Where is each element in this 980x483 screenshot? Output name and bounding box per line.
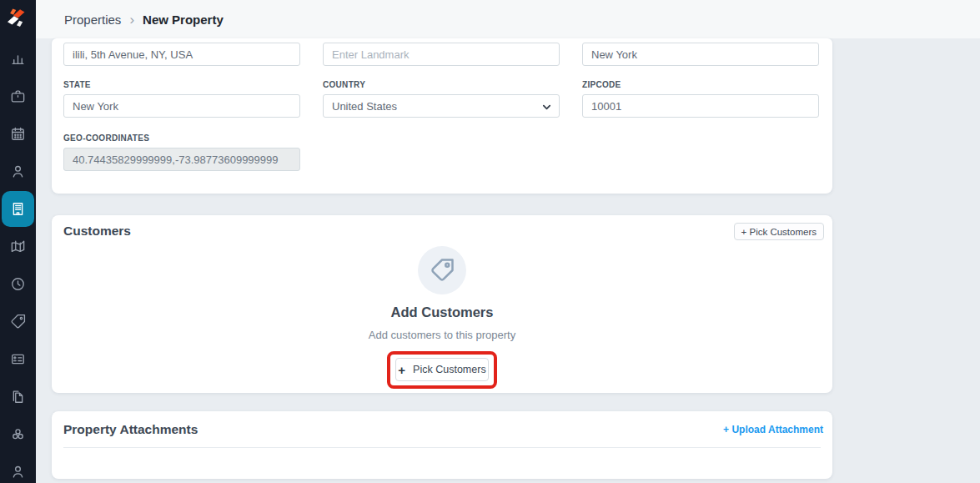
empty-state-title: Add Customers: [52, 304, 832, 320]
upload-attachment-link[interactable]: + Upload Attachment: [723, 424, 823, 435]
breadcrumb-separator-icon: ›: [129, 13, 134, 27]
page-title: New Property: [143, 13, 224, 27]
attachments-section-title: Property Attachments: [63, 422, 198, 437]
country-label: COUNTRY: [323, 80, 365, 89]
sidebar-item-customers[interactable]: [0, 153, 36, 190]
sidebar-item-team[interactable]: [0, 453, 36, 483]
pick-customers-top-button[interactable]: + Pick Customers: [734, 223, 824, 240]
customers-icon: [10, 164, 26, 179]
country-selected-value: United States: [332, 100, 397, 113]
sidebar-item-invoices[interactable]: [0, 340, 36, 378]
page-header: Properties › New Property: [36, 0, 980, 38]
pick-customers-main-label: Pick Customers: [413, 364, 486, 375]
zipcode-label: ZIPCODE: [582, 80, 621, 89]
empty-state-icon-circle: [418, 246, 466, 294]
timesheet-clock-icon: [10, 276, 26, 292]
chevron-down-icon: [542, 103, 551, 112]
invoice-list-icon: [10, 351, 26, 367]
sidebar-item-properties[interactable]: [0, 190, 36, 228]
customers-section-title: Customers: [63, 224, 131, 239]
sidebar-nav: [0, 40, 36, 483]
tag-icon: [430, 258, 455, 283]
empty-state-subtitle: Add customers to this property: [52, 329, 832, 341]
address-input[interactable]: [63, 43, 300, 66]
sidebar-item-dashboard[interactable]: [0, 40, 36, 78]
sidebar-item-tags[interactable]: [0, 303, 36, 340]
geo-coordinates-input: [63, 148, 300, 171]
sidebar-item-integrations[interactable]: [0, 415, 36, 453]
sidebar: [0, 0, 36, 483]
divider: [63, 447, 821, 448]
pick-customers-main-button[interactable]: + Pick Customers: [395, 358, 489, 381]
zipcode-input[interactable]: [582, 94, 819, 118]
team-user-icon: [10, 464, 26, 480]
city-input[interactable]: [582, 43, 819, 66]
breadcrumb-properties[interactable]: Properties: [64, 13, 121, 27]
property-address-card: STATE COUNTRY ZIPCODE United States GEO-…: [52, 38, 832, 194]
calendar-icon: [10, 126, 26, 142]
sidebar-item-map[interactable]: [0, 228, 36, 265]
documents-copy-icon: [10, 389, 26, 405]
property-attachments-card: Property Attachments + Upload Attachment: [52, 411, 832, 479]
country-select[interactable]: United States: [323, 94, 560, 118]
sidebar-item-calendar[interactable]: [0, 115, 36, 153]
brand-logo-icon[interactable]: [0, 0, 36, 36]
tag-icon: [10, 314, 26, 330]
customers-card: Customers + Pick Customers Add Customers…: [52, 215, 832, 393]
sidebar-item-documents[interactable]: [0, 378, 36, 415]
dashboard-icon: [10, 51, 26, 67]
integrations-icon: [10, 426, 26, 442]
state-label: STATE: [63, 80, 91, 89]
jobs-briefcase-icon: [10, 88, 26, 104]
landmark-input[interactable]: [323, 43, 560, 66]
geo-coordinates-label: GEO-COORDINATES: [63, 133, 149, 143]
map-icon: [10, 239, 26, 254]
state-input[interactable]: [63, 94, 300, 118]
sidebar-item-timesheets[interactable]: [0, 265, 36, 303]
properties-building-icon: [10, 201, 26, 217]
sidebar-item-jobs[interactable]: [0, 78, 36, 115]
plus-icon: +: [398, 364, 405, 376]
